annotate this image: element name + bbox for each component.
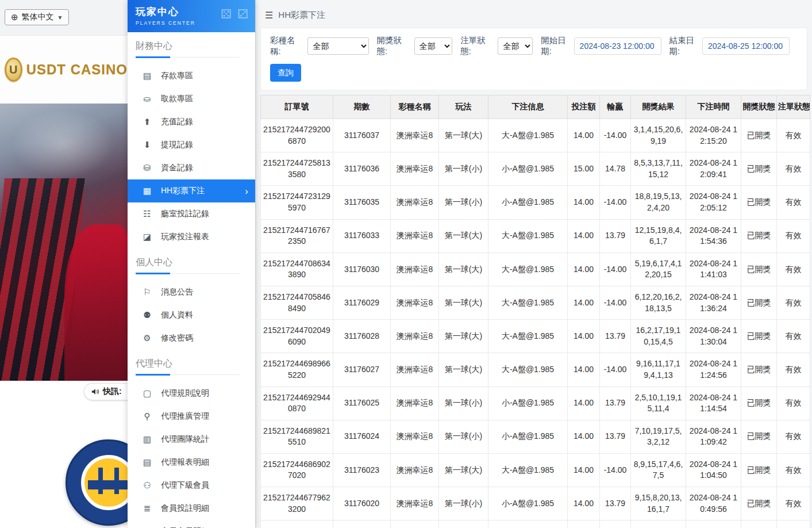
cell-order-number: 2152172446898215510: [261, 420, 333, 453]
table-row: 2152172446989665220 31176027 澳洲幸运8 第一球(大…: [261, 353, 810, 387]
end-date-label: 結束日期:: [669, 35, 698, 57]
main-header: ☰ HH彩票下注: [256, 0, 812, 28]
cell-win-loss: 13.79: [600, 320, 631, 353]
news-label: 快訊:: [103, 387, 122, 397]
site-logo[interactable]: U USDT CASINO: [0, 36, 128, 104]
player-center-panel: 玩家中心 PLAYERS CENTER ⚄ ⚂ 財務中心 ▤ 存款專區 › ⛀ …: [128, 0, 255, 528]
sidebar-item-member-bet-detail[interactable]: ≣ 會員投註明細 ›: [128, 497, 255, 520]
cell-bet-amount: 14.00: [568, 286, 600, 319]
cell-win-loss: 14.78: [600, 152, 631, 186]
cell-bet-status: 有效: [777, 387, 810, 420]
cell-draw-status: 已開獎: [741, 420, 777, 453]
cell-draw-status: 已開獎: [741, 252, 777, 286]
cell-draw-status: 已開獎: [741, 453, 777, 487]
cell-play-type: 第一球(大): [439, 252, 488, 286]
sidebar-item-agent-sub-members[interactable]: ⚇ 代理下級會員 ›: [128, 474, 255, 497]
item-label: 個人資料: [161, 310, 193, 320]
cell-draw-result: 9,16,11,17,19,4,1,13: [631, 353, 686, 387]
hero-glow: [11, 109, 115, 178]
sidebar-item-player-bet-report[interactable]: ◪ 玩家投注報表 ›: [128, 225, 255, 248]
sidebar-item-withdraw-area[interactable]: ⛀ 取款專區 ›: [128, 87, 255, 110]
cell-bet-info: 大-A盤@1.985: [488, 119, 568, 152]
cell-play-type: 第一球(小): [439, 186, 488, 219]
lottery-select[interactable]: 全部: [307, 37, 368, 55]
cell-draw-status: 已開獎: [741, 521, 777, 528]
item-label: 代理規則說明: [161, 388, 209, 399]
sidebar-item-agent-promotion[interactable]: ⚲ 代理推廣管理 ›: [128, 405, 255, 428]
sidebar-item-funds-record[interactable]: ⛁ 資金記錄 ›: [128, 156, 255, 179]
item-label: 充值記錄: [161, 117, 193, 127]
bet-status-filter-group: 注單狀態: 全部: [460, 35, 533, 57]
withdraw-area-icon: ⛀: [142, 94, 152, 104]
sidebar-item-agent-rules[interactable]: ▢ 代理規則說明 ›: [128, 382, 255, 405]
sidebar-item-change-password[interactable]: ⚙ 修改密碼 ›: [128, 327, 255, 350]
sidebar-item-withdrawal-record[interactable]: ⬇ 提現記錄 ›: [128, 133, 255, 156]
cell-draw-result: 9,15,8,20,13,16,1,7: [631, 487, 686, 521]
sidebar-item-agent-team-stats[interactable]: ▥ 代理團隊統計 ›: [128, 428, 255, 451]
sidebar-item-hh-lottery-bet[interactable]: ▦ HH彩票下注 ›: [128, 179, 255, 202]
cell-period: 31176033: [333, 219, 391, 252]
cell-bet-time: 2024-08-24 12:15:20: [686, 119, 741, 152]
cell-lottery-name: 澳洲幸运8: [391, 487, 439, 521]
cell-order-number: 2152172446869027020: [261, 453, 333, 487]
sidebar-item-profile[interactable]: ⚉ 個人資料 ›: [128, 304, 255, 327]
logo-text: USDT CASINO: [26, 62, 128, 78]
table-header-row: 訂單號期數彩種名稱玩法下注信息投注額輸贏開獎結果下注時間開獎狀態注單狀態: [261, 95, 810, 119]
sidebar-item-room-bet-record[interactable]: ☷ 廳室投註記錄 ›: [128, 202, 255, 225]
language-selector[interactable]: ⊕ 繁体中文 ▼: [5, 9, 69, 25]
cell-order-number: 2152172447020496090: [261, 320, 333, 353]
draw-status-select[interactable]: 全部: [414, 37, 452, 55]
background-page: ⊕ 繁体中文 ▼ U USDT CASINO 快訊:: [0, 0, 128, 528]
sidebar-item-recharge-record[interactable]: ⬆ 充值記錄 ›: [128, 110, 255, 133]
hero-red-jersey: [64, 224, 128, 381]
cell-bet-time: 2024-08-24 11:24:56: [686, 353, 741, 387]
cell-period: 31176028: [333, 320, 391, 353]
cell-bet-amount: 14.00: [568, 487, 600, 521]
cell-bet-time: 2024-08-24 11:04:50: [686, 453, 741, 487]
menu-icon[interactable]: ☰: [265, 10, 273, 21]
section-items: ▢ 代理規則說明 › ⚲ 代理推廣管理 › ▥ 代理團隊統計 › ▤ 代理報表明…: [128, 380, 255, 528]
cell-lottery-name: 澳洲幸运8: [391, 152, 439, 186]
room-bet-record-icon: ☷: [142, 209, 152, 219]
cell-period: 31176025: [333, 387, 391, 420]
section-label: 代理中心: [136, 358, 239, 375]
cell-play-type: 第一球(大): [439, 521, 488, 528]
page-title: HH彩票下注: [278, 10, 325, 21]
end-date-input[interactable]: [702, 37, 790, 55]
cell-bet-time: 2024-08-24 11:09:42: [686, 420, 741, 453]
cell-period: 31176036: [333, 152, 391, 186]
cell-bet-time: 2024-08-24 12:05:12: [686, 186, 741, 219]
cell-play-type: 第一球(大): [439, 320, 488, 353]
cell-bet-info: 大-A盤@1.985: [488, 353, 568, 387]
bet-status-select[interactable]: 全部: [498, 37, 533, 55]
query-button[interactable]: 查詢: [270, 64, 301, 82]
cell-bet-info: 大-A盤@1.985: [488, 521, 568, 528]
cell-bet-info: 大-A盤@1.985: [488, 219, 568, 252]
bridge-shape: [88, 480, 128, 489]
cell-order-number: 2152172446929440870: [261, 387, 333, 420]
language-label: 繁体中文: [22, 12, 54, 22]
cell-lottery-name: 澳洲幸运8: [391, 320, 439, 353]
cell-order-number: 2152172447231295970: [261, 186, 333, 219]
cell-order-number: 2152172447058468490: [261, 286, 333, 319]
section-label: 個人中心: [136, 257, 239, 274]
cell-lottery-name: 澳洲幸运8: [391, 286, 439, 319]
cell-bet-status: 有效: [777, 353, 810, 387]
start-date-input[interactable]: [574, 37, 661, 55]
sidebar-item-announcements[interactable]: ⚐ 消息公告 ›: [128, 281, 255, 304]
cell-draw-status: 已開獎: [741, 219, 777, 252]
change-password-icon: ⚙: [142, 333, 152, 343]
sidebar-item-deposit-area[interactable]: ▤ 存款專區 ›: [128, 64, 255, 87]
sidebar-item-agent-report-detail[interactable]: ▤ 代理報表明細 ›: [128, 451, 255, 474]
cell-draw-result: 8,9,15,17,4,6,7,5: [631, 453, 686, 487]
item-label: 修改密碼: [161, 333, 193, 343]
column-header: 下注時間: [686, 95, 741, 119]
sidebar-item-member-transaction-detail[interactable]: ☰ 會員交易明細 ›: [128, 520, 255, 528]
section-label: 財務中心: [136, 40, 239, 58]
item-label: 代理推廣管理: [161, 411, 209, 422]
cell-play-type: 第一球(小): [439, 152, 488, 186]
section-items: ⚐ 消息公告 › ⚉ 個人資料 › ⚙ 修改密碼 ›: [128, 278, 255, 351]
cell-draw-result: 18,8,19,5,13,2,4,20: [631, 186, 686, 219]
cell-bet-amount: 14.00: [568, 252, 600, 286]
cell-bet-time: 2024-08-24 11:36:24: [686, 286, 741, 319]
